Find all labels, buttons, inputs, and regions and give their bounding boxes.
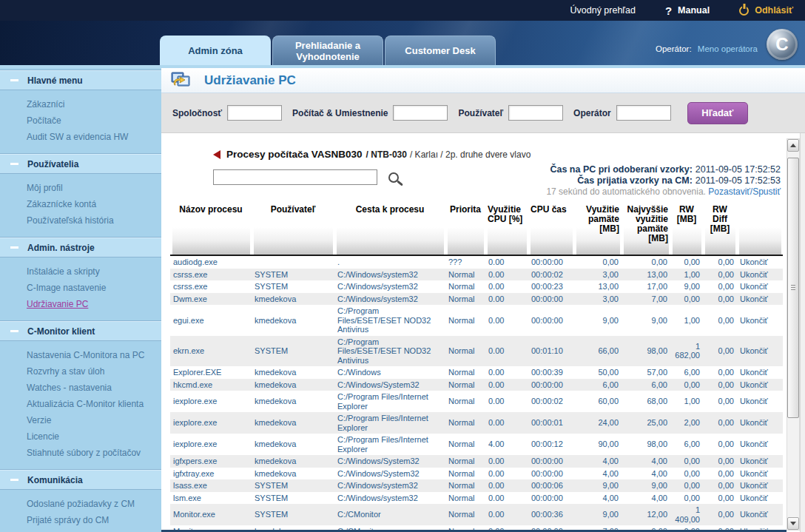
- column-header-user: Používateľ: [252, 201, 334, 255]
- sidebar-item-prijat-spr-vy-do-cm[interactable]: Prijaté správy do CM: [0, 512, 161, 528]
- cell-path: C:/Program Files/ESET/ESET NOD32 Antivir…: [334, 336, 445, 367]
- cell-cpu: 0.00: [485, 479, 528, 492]
- computer-name: / NTB-030: [366, 149, 407, 160]
- vertical-scrollbar[interactable]: [787, 138, 800, 531]
- process-table: Názov procesuPoužívateľCesta k procesuPr…: [170, 201, 783, 532]
- page-header: Udržiavanie PC: [161, 68, 805, 93]
- back-arrow-icon[interactable]: [213, 150, 220, 159]
- terminate-process-link[interactable]: Ukončiť: [740, 510, 768, 519]
- cell-action: Ukončiť: [737, 412, 783, 434]
- sidebar-section-header[interactable]: Komunikácia: [0, 470, 161, 490]
- sidebar-item-verzie[interactable]: Verzie: [0, 412, 161, 428]
- sidebar-item-c-image-nastavenie[interactable]: C-Image nastavenie: [0, 280, 161, 296]
- cell-cpu: 0.00: [485, 391, 528, 412]
- cell-priority: Normal: [445, 468, 485, 480]
- cell-action: Ukončiť: [737, 391, 783, 412]
- cell-name: igfxpers.exe: [170, 455, 252, 468]
- filter-input-operator[interactable]: [616, 105, 671, 121]
- cell-mem: 3,00: [574, 293, 622, 306]
- sidebar-section-header[interactable]: C-Monitor klient: [0, 321, 161, 341]
- terminate-process-link[interactable]: Ukončiť: [740, 418, 768, 427]
- sidebar-item-nastavenia-c-monitora-na-pc[interactable]: Nastavenia C-Monitora na PC: [0, 347, 161, 363]
- terminate-process-link[interactable]: Ukončiť: [740, 282, 768, 291]
- cell-user: SYSTEM: [252, 269, 334, 281]
- cell-action: Ukončiť: [737, 434, 783, 455]
- cell-user: kmedekova: [252, 305, 334, 336]
- cell-name: hkcmd.exe: [170, 379, 252, 391]
- operator-name-link[interactable]: Meno operátora: [698, 44, 758, 53]
- pc-sample-time: Čas na PC pri odoberaní vzorky:2011-09-0…: [546, 164, 781, 175]
- filter-input-pocitac-umiestnenie[interactable]: [393, 105, 448, 121]
- terminate-process-link[interactable]: Ukončiť: [740, 316, 768, 325]
- sidebar-item-z-kazn-cke-kont[interactable]: Zákaznícke kontá: [0, 196, 161, 212]
- process-row: iexplore.exekmedekovaC:/Program Files/In…: [170, 434, 783, 455]
- filter-input-pouzivatel[interactable]: [508, 105, 563, 121]
- terminate-process-link[interactable]: Ukončiť: [740, 270, 768, 279]
- operator-label: Operátor:: [656, 44, 692, 53]
- terminate-process-link[interactable]: Ukončiť: [740, 440, 768, 448]
- sidebar-item-odoslan-po-iadavky-z-cm[interactable]: Odoslané požiadavky z CM: [0, 496, 161, 512]
- terminate-process-link[interactable]: Ukončiť: [740, 368, 768, 377]
- process-row: igfxtray.exekmedekovaC:/Windows/System32…: [170, 468, 783, 480]
- cell-rw_diff: 0,00: [703, 468, 737, 480]
- cell-name: lsm.exe: [170, 492, 252, 505]
- sidebar-item-licencie[interactable]: Licencie: [0, 428, 161, 445]
- sidebar-item-m-j-profil[interactable]: Môj profil: [0, 180, 161, 196]
- terminate-process-link[interactable]: Ukončiť: [740, 380, 768, 389]
- scroll-down-arrow-icon: [790, 522, 796, 525]
- cell-cpu_time: 00:00:02: [528, 391, 574, 412]
- cell-rw_diff: 0,00: [703, 455, 737, 468]
- terminate-process-link[interactable]: Ukončiť: [740, 469, 768, 478]
- sidebar-item-watches-nastavenia[interactable]: Watches - nastavenia: [0, 380, 161, 396]
- sidebar-item-audit-sw-a-evidencia-hw[interactable]: Audit SW a evidencia HW: [0, 129, 161, 145]
- pause-start-refresh-link[interactable]: Pozastaviť/Spustiť: [708, 186, 781, 197]
- cell-rw: 2,00: [670, 412, 703, 434]
- sidebar-section-header[interactable]: Používatelia: [0, 154, 161, 174]
- sidebar-item-po-ta-e[interactable]: Počítače: [0, 112, 161, 129]
- cell-rw: 0,00: [670, 255, 703, 269]
- cell-path: C:/Program Files/Internet Explorer: [334, 434, 445, 455]
- sidebar-item-z-kazn-ci[interactable]: Zákazníci: [0, 96, 161, 112]
- scrollbar-thumb[interactable]: [787, 158, 799, 418]
- terminate-process-link[interactable]: Ukončiť: [740, 346, 768, 355]
- terminate-process-link[interactable]: Ukončiť: [740, 257, 768, 266]
- sidebar-item-stiahnut-s-bory-z-po-ta-ov[interactable]: Stiahnuté súbory z počítačov: [0, 445, 161, 461]
- filter-label-operator: Operátor: [573, 108, 611, 118]
- terminate-process-link[interactable]: Ukončiť: [740, 294, 768, 303]
- terminate-process-link[interactable]: Ukončiť: [740, 397, 768, 405]
- cell-cpu: 0.00: [485, 255, 528, 269]
- cell-mem: 4,00: [574, 468, 622, 480]
- sidebar-section-header[interactable]: Hlavné menu: [0, 70, 161, 90]
- terminate-process-link[interactable]: Ukončiť: [740, 494, 768, 502]
- search-button[interactable]: Hľadať: [687, 102, 748, 124]
- cell-user: SYSTEM: [252, 492, 334, 505]
- logout-link[interactable]: Odhlásiť: [739, 5, 793, 16]
- home-overview-link[interactable]: Úvodný prehľad: [570, 5, 636, 16]
- sidebar-item-rozvrhy-a-stav-loh[interactable]: Rozvrhy a stav úloh: [0, 363, 161, 380]
- cell-rw_diff: 0,00: [703, 379, 737, 391]
- filter-input-spolocnost[interactable]: [227, 105, 282, 121]
- sidebar-item-udr-iavanie-pc[interactable]: Udržiavanie PC: [0, 296, 161, 312]
- sidebar-item-pou-vate-sk-hist-ria[interactable]: Používateľská história: [0, 212, 161, 229]
- cell-name: iexplore.exe: [170, 434, 252, 455]
- cell-mem: 6,00: [574, 379, 622, 391]
- process-row: iexplore.exekmedekovaC:/Program Files/In…: [170, 412, 783, 434]
- tab-customer-desk[interactable]: Customer Desk: [385, 36, 496, 65]
- cell-priority: Normal: [445, 434, 485, 455]
- sidebar-section: Komunikácia Odoslané požiadavky z CMPrij…: [0, 470, 161, 532]
- manual-link[interactable]: ? Manual: [665, 4, 710, 17]
- terminate-process-link[interactable]: Ukončiť: [740, 481, 768, 490]
- process-search-input[interactable]: [213, 169, 377, 185]
- tab-prehliadanie-a-vyhodnotenie[interactable]: Prehliadanie a Vyhodnotenie: [272, 36, 383, 65]
- scroll-up-button[interactable]: [787, 139, 799, 152]
- terminate-process-link[interactable]: Ukončiť: [740, 457, 768, 465]
- cell-cpu_time: 00:00:00: [528, 379, 574, 391]
- cell-rw_diff: 0,00: [703, 479, 737, 492]
- tab-admin-zona[interactable]: Admin zóna: [160, 36, 271, 65]
- sidebar-item-in-tal-cie-a-skripty[interactable]: Inštalácie a skripty: [0, 263, 161, 280]
- sidebar-section-header[interactable]: Admin. nástroje: [0, 238, 161, 257]
- scroll-down-button[interactable]: [787, 517, 799, 530]
- magnifier-search-icon[interactable]: [388, 172, 399, 183]
- sidebar-item-aktualiz-cia-c-monitor-klienta[interactable]: Aktualizácia C-Monitor klienta: [0, 396, 161, 412]
- process-row: iexplore.exekmedekovaC:/Program Files/In…: [170, 391, 783, 412]
